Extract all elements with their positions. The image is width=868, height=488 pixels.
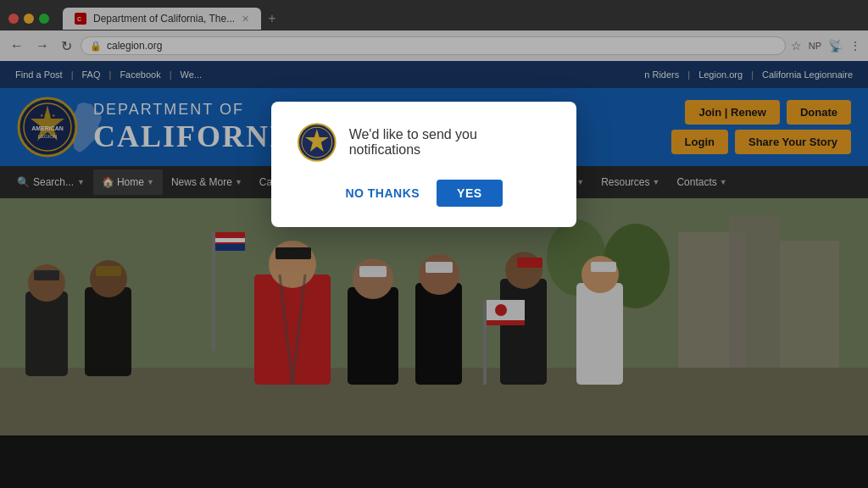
no-thanks-button[interactable]: NO THANKS bbox=[345, 186, 420, 200]
popup-header: We'd like to send you notifications bbox=[297, 122, 551, 163]
popup-actions: NO THANKS YES bbox=[297, 176, 551, 207]
notification-overlay: We'd like to send you notifications NO T… bbox=[0, 0, 868, 488]
popup-title: We'd like to send you notifications bbox=[349, 127, 551, 158]
notification-popup: We'd like to send you notifications NO T… bbox=[271, 102, 576, 227]
popup-emblem-icon bbox=[297, 122, 337, 163]
yes-button[interactable]: YES bbox=[437, 180, 503, 207]
